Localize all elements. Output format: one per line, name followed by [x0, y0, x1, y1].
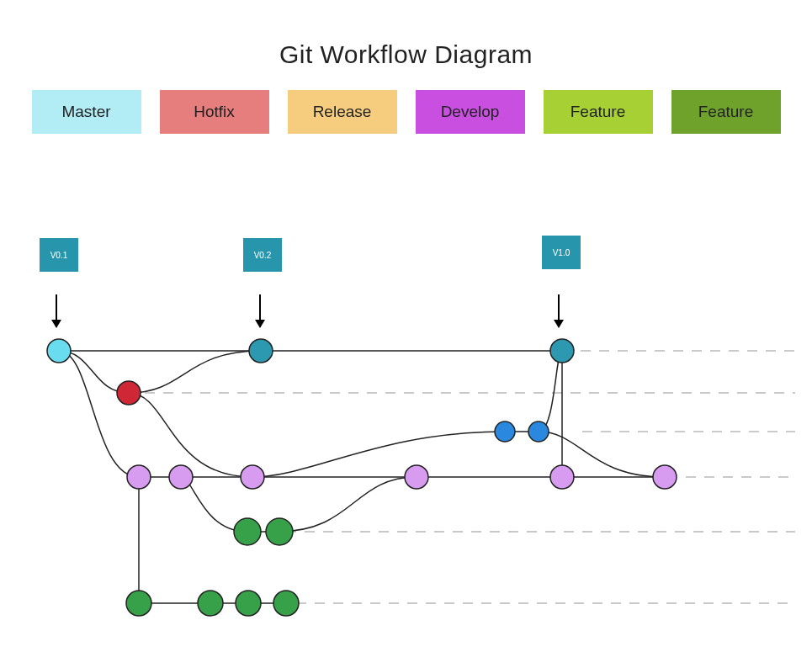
commit-node-16: [236, 591, 261, 616]
branch-path-14: [539, 351, 562, 432]
svg-marker-3: [255, 320, 265, 328]
commit-node-9: [405, 465, 428, 489]
branch-path-10: [278, 477, 417, 532]
commit-node-11: [653, 465, 677, 489]
commit-node-7: [169, 465, 193, 489]
legend-feature-4: Feature: [544, 90, 653, 134]
legend-row: MasterHotfixReleaseDevelopFeatureFeature: [0, 90, 812, 134]
commit-node-12: [234, 518, 261, 545]
commit-node-14: [126, 591, 151, 616]
commit-node-2: [550, 339, 574, 363]
commit-node-8: [241, 465, 264, 489]
workflow-diagram: V0.1V0.2V1.0: [0, 227, 812, 648]
diagram-title: Git Workflow Diagram: [0, 40, 812, 69]
tag-arrow-0: [51, 294, 61, 328]
commit-node-4: [495, 421, 515, 442]
commit-node-1: [249, 339, 273, 363]
diagram-svg: [0, 227, 812, 648]
branch-path-2: [129, 351, 261, 393]
version-tag-V0-1: V0.1: [40, 238, 78, 272]
commit-node-10: [550, 465, 574, 489]
legend-develop-3: Develop: [416, 90, 525, 134]
commit-node-6: [127, 465, 151, 489]
svg-marker-1: [51, 320, 61, 328]
branch-path-3: [59, 351, 139, 477]
commit-node-13: [266, 518, 293, 545]
commit-node-3: [117, 381, 141, 405]
legend-hotfix-1: Hotfix: [160, 90, 269, 134]
svg-marker-5: [554, 320, 564, 328]
commit-node-0: [47, 339, 71, 363]
tag-arrow-2: [554, 294, 564, 328]
commit-node-15: [198, 591, 223, 616]
commit-node-5: [528, 421, 549, 442]
legend-master-0: Master: [32, 90, 141, 134]
legend-feature-5: Feature: [671, 90, 781, 134]
version-tag-V1-0: V1.0: [542, 236, 581, 269]
version-tag-V0-2: V0.2: [243, 238, 282, 272]
tag-arrow-1: [255, 294, 265, 328]
commit-node-17: [273, 591, 299, 616]
branch-path-4: [129, 393, 252, 477]
branch-path-11: [252, 432, 539, 477]
legend-release-2: Release: [288, 90, 397, 134]
